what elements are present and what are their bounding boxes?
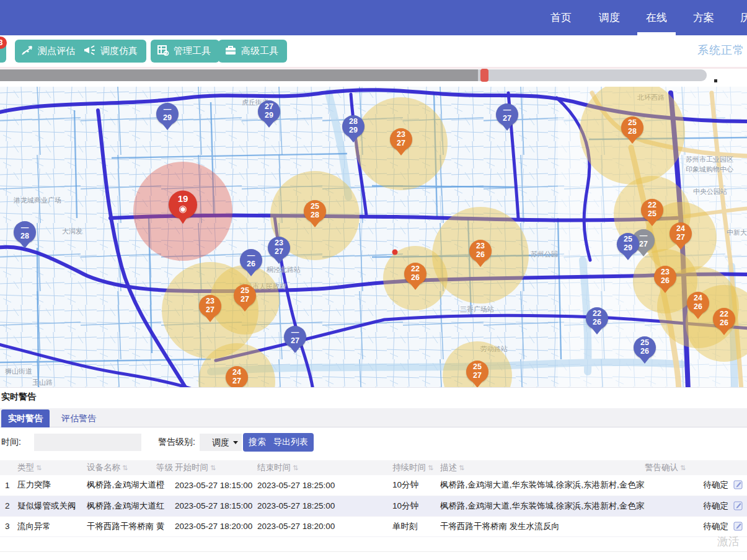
map-pin-27-29[interactable]: 2729 (258, 100, 280, 123)
table-header-1[interactable]: 类型⇅ (17, 460, 87, 475)
sort-icon[interactable]: ⇅ (459, 464, 464, 471)
map-pin-25-27[interactable]: 2527 (466, 361, 488, 383)
toolbar-button-2[interactable]: 调度仿真 (77, 40, 146, 63)
map-pin-x-26[interactable]: —26 (240, 249, 262, 271)
export-list-button[interactable]: 导出列表 (268, 433, 314, 452)
map-pin-23-27[interactable]: 2327 (390, 128, 412, 151)
toolbar-button-1[interactable]: 测点评估 (15, 40, 84, 63)
pin-value-bottom: 29 (617, 244, 639, 253)
table-header-3[interactable]: 等级⇅ (156, 460, 175, 475)
nav-item-3[interactable]: 在线 (635, 0, 678, 35)
level-select[interactable]: 调度 (200, 434, 242, 451)
pin-value-bottom: ◉ (169, 204, 197, 214)
map-pin-22-26[interactable]: 2226 (713, 308, 735, 330)
leak-point-dot[interactable] (392, 250, 398, 255)
top-nav: 首页调度在线方案历史 (0, 0, 747, 35)
nav-item-5[interactable]: 历史 (729, 0, 747, 35)
map-pin-x-29[interactable]: —29 (156, 103, 179, 125)
alerts-filterbar: 时间: 警告级别: 调度 搜索 导出列表 (0, 428, 747, 458)
map-pin-24-27[interactable]: 2427 (226, 366, 248, 387)
cell-level: 黄 (156, 516, 175, 536)
map-pin-25-28[interactable]: 2528 (621, 116, 643, 139)
table-header-2[interactable]: 设备名称⇅ (87, 460, 156, 475)
map-pin-19-◉[interactable]: 19◉ (169, 190, 197, 219)
table-header-6[interactable]: 持续时间⇅ (392, 460, 440, 475)
app-root: 首页调度在线方案历史 3 测点评估调度仿真管理工具高级工具 系统正常 (0, 0, 747, 560)
confirm-status[interactable]: 待确定 (704, 480, 729, 489)
table-header-7[interactable]: 描述⇅ (440, 460, 645, 475)
map-canvas[interactable]: 虎丘街道北环西路港龙城商业广场大润发桐泾北路站苏州市人民政府苏州公园三香广场站劳… (0, 87, 747, 387)
pin-value-bottom: 27 (670, 234, 692, 242)
scatter-arrow-icon (21, 45, 33, 58)
alerts-panel: 实时警告 实时警告 评估警告 时间: 警告级别: 调度 搜索 导出列表 类型⇅设… (0, 387, 747, 560)
tab-realtime-alerts[interactable]: 实时警告 (1, 409, 50, 427)
cell-type: 疑似爆管或关阀 (17, 496, 87, 516)
alerts-table: 类型⇅设备名称⇅等级⇅开始时间⇅结束时间⇅持续时间⇅描述⇅警告确认⇅ 1压力突降… (0, 460, 747, 537)
table-header-5[interactable]: 结束时间⇅ (257, 460, 392, 475)
edit-confirm-icon[interactable] (733, 501, 743, 510)
map-label-10: 苏州市工业园区 (686, 155, 733, 164)
pin-value-bottom: 26 (404, 274, 427, 282)
map-pin-25-26[interactable]: 2526 (634, 336, 656, 359)
pin-value-bottom: 26 (634, 348, 656, 356)
timeline-topline (0, 67, 747, 69)
map-pin-24-26[interactable]: 2426 (687, 292, 709, 314)
map-pin-22-26[interactable]: 2226 (404, 263, 427, 285)
pin-value-top: — (14, 224, 36, 232)
nav-item-4[interactable]: 方案 (682, 0, 725, 35)
toolbar-button-label: 高级工具 (241, 45, 278, 57)
map-pin-23-27[interactable]: 2327 (199, 295, 221, 317)
sort-icon[interactable]: ⇅ (293, 464, 298, 471)
pin-value-bottom: 28 (304, 211, 326, 220)
pin-value-top: 25 (621, 119, 643, 128)
map-pin-28-29[interactable]: 2829 (342, 115, 365, 138)
sort-icon[interactable]: ⇅ (210, 464, 216, 471)
map-label-5: 桐泾北路站 (267, 265, 301, 274)
timeline-track[interactable] (0, 69, 707, 81)
cell-level: 红 (156, 496, 175, 516)
table-header-4[interactable]: 开始时间⇅ (175, 460, 257, 475)
map-pin-24-27[interactable]: 2427 (670, 222, 692, 245)
map-pin-25-27[interactable]: 2527 (234, 284, 256, 307)
timeline-fill (0, 69, 478, 81)
timeline-handle[interactable] (480, 69, 488, 82)
map-label-11: 印象城购物中心 (686, 165, 733, 174)
toolbar-button-4[interactable]: 高级工具 (218, 40, 287, 63)
nav-item-2[interactable]: 调度 (588, 0, 631, 35)
pin-value-top: 23 (390, 131, 412, 139)
sort-icon[interactable]: ⇅ (428, 464, 433, 471)
sort-icon[interactable]: ⇅ (36, 464, 42, 471)
confirm-status[interactable]: 待确定 (704, 501, 729, 510)
map-pin-23-26[interactable]: 2326 (654, 266, 676, 288)
map-pin-x-27[interactable]: —27 (284, 326, 306, 348)
pin-value-top: — (284, 328, 306, 337)
map-pin-25-29[interactable]: 2529 (617, 233, 639, 255)
cell-end-time: 2023-05-27 18:25:00 (257, 496, 392, 516)
table-header-8[interactable]: 警告确认⇅ (645, 460, 747, 475)
tab-evaluation-alerts[interactable]: 评估警告 (57, 409, 100, 427)
pin-value-bottom: 29 (342, 126, 365, 135)
toolbar: 3 测点评估调度仿真管理工具高级工具 系统正常 (0, 35, 747, 67)
edit-confirm-icon[interactable] (733, 521, 743, 531)
sort-icon[interactable]: ⇅ (680, 464, 686, 471)
map-pin-23-26[interactable]: 2326 (469, 240, 492, 262)
nav-item-1[interactable]: 首页 (539, 0, 583, 35)
map-pin-x-27[interactable]: —27 (496, 103, 518, 126)
time-filter-input[interactable] (34, 434, 141, 451)
pin-value-top: 25 (304, 203, 326, 211)
map-pin-x-28[interactable]: —28 (14, 221, 36, 243)
map-pin-22-26[interactable]: 2226 (586, 307, 608, 330)
sort-icon[interactable]: ⇅ (122, 464, 128, 471)
map-pin-22-25[interactable]: 2225 (641, 199, 663, 221)
edit-confirm-icon[interactable] (733, 479, 743, 489)
cell-start-time: 2023-05-27 18:20:00 (175, 516, 257, 536)
map-label-8: 三香广场站 (460, 305, 494, 314)
megaphone-icon (84, 45, 96, 58)
toolbar-button-3[interactable]: 管理工具 (151, 40, 219, 63)
cell-confirm: 待确定 (645, 496, 747, 516)
map-pin-25-28[interactable]: 2528 (304, 200, 326, 222)
pin-value-top: 22 (404, 265, 427, 274)
map-pin-23-27[interactable]: 2327 (268, 237, 290, 259)
confirm-status[interactable]: 待确定 (704, 522, 729, 531)
table-row: 2疑似爆管或关阀枫桥路,金鸡湖大道红2023-05-27 18:15:00202… (0, 496, 747, 516)
